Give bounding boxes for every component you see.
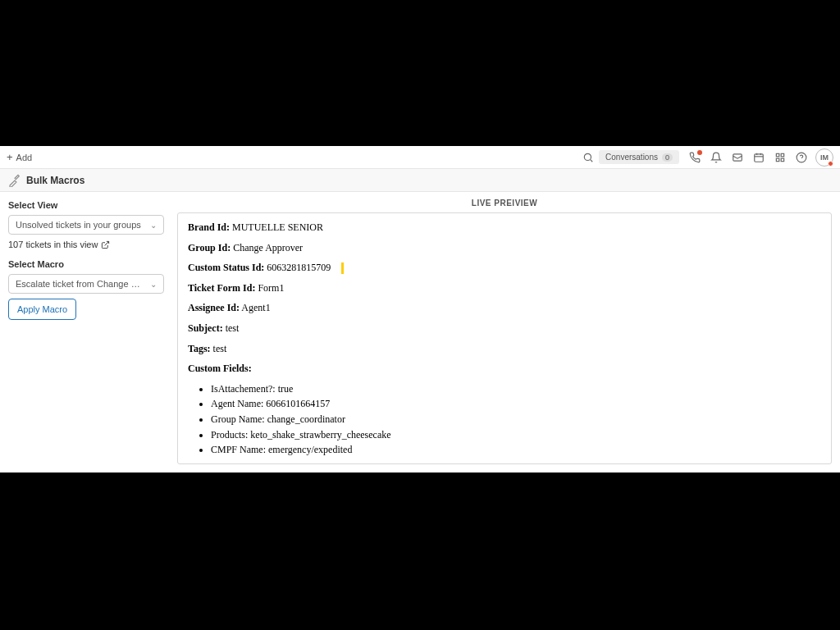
- group-id-value: Change Approver: [233, 242, 303, 253]
- custom-fields-label: Custom Fields:: [188, 363, 252, 374]
- conversations-count: 0: [662, 153, 673, 162]
- conversations-button[interactable]: Conversations 0: [599, 150, 679, 164]
- top-icons: Conversations 0 IM: [578, 147, 833, 168]
- presence-dot: [828, 161, 833, 167]
- ticket-form-id-value: Form1: [258, 282, 284, 294]
- view-dropdown-value: Unsolved tickets in your groups: [16, 220, 141, 230]
- ticket-form-id-label: Ticket Form Id:: [188, 282, 255, 294]
- preview-panel[interactable]: Brand Id: MUTUELLE SENIOR Group Id: Chan…: [177, 212, 832, 464]
- search-icon[interactable]: [578, 147, 599, 168]
- plus-icon: +: [7, 152, 13, 162]
- avatar-initials: IM: [820, 153, 829, 162]
- tags-value: test: [213, 343, 227, 354]
- tags-label: Tags:: [188, 343, 211, 354]
- select-view-label: Select View: [8, 200, 164, 210]
- custom-status-id-label: Custom Status Id:: [188, 262, 264, 273]
- body: Select View Unsolved tickets in your gro…: [0, 192, 840, 472]
- brand-id-label: Brand Id:: [188, 221, 230, 233]
- avatar[interactable]: IM: [815, 148, 833, 167]
- svg-line-13: [105, 241, 109, 245]
- svg-rect-7: [776, 153, 779, 157]
- svg-rect-2: [733, 153, 742, 160]
- main: LIVE PREIVIEW Brand Id: MUTUELLE SENIOR …: [172, 192, 840, 472]
- macro-dropdown[interactable]: Escalate ticket from Change Manager to C…: [8, 274, 164, 294]
- list-item: Agent Name: 6066101664157: [211, 396, 821, 412]
- svg-rect-8: [781, 153, 784, 157]
- list-item: Products: keto_shake_strawberry_cheeseca…: [211, 427, 821, 443]
- chevron-down-icon: ⌄: [150, 280, 157, 289]
- chevron-down-icon: ⌄: [150, 221, 157, 230]
- page-header: Bulk Macros: [0, 169, 840, 192]
- custom-fields-list: IsAttachement?: true Agent Name: 6066101…: [188, 381, 821, 458]
- text-caret: [342, 263, 343, 273]
- sidebar: Select View Unsolved tickets in your gro…: [0, 192, 172, 472]
- apply-macro-label: Apply Macro: [17, 304, 67, 314]
- phone-icon[interactable]: [684, 147, 705, 168]
- live-preview-title: LIVE PREIVIEW: [177, 199, 832, 208]
- brand-id-value: MUTUELLE SENIOR: [232, 221, 323, 233]
- list-item: IsAttachement?: true: [211, 381, 821, 397]
- notification-dot: [697, 150, 702, 155]
- assignee-id-value: Agent1: [241, 302, 270, 313]
- list-item: CMPF Name: emergency/expedited: [211, 442, 821, 458]
- svg-rect-3: [755, 153, 764, 161]
- apply-macro-button[interactable]: Apply Macro: [8, 299, 76, 320]
- group-id-label: Group Id:: [188, 242, 231, 253]
- page-title: Bulk Macros: [26, 175, 84, 186]
- custom-status-id-value: 6063281815709: [267, 262, 331, 273]
- select-macro-label: Select Macro: [8, 259, 164, 269]
- assignee-id-label: Assignee Id:: [188, 302, 240, 313]
- add-button[interactable]: + Add: [7, 152, 32, 162]
- tickets-in-view-link[interactable]: 107 tickets in this view: [8, 240, 164, 249]
- svg-line-1: [591, 159, 593, 162]
- calendar-icon[interactable]: [748, 147, 769, 168]
- external-link-icon: [101, 240, 110, 249]
- subject-value: test: [226, 322, 240, 334]
- inbox-icon[interactable]: [727, 147, 748, 168]
- macro-dropdown-value: Escalate ticket from Change Manager to C…: [16, 279, 147, 289]
- view-dropdown[interactable]: Unsolved tickets in your groups ⌄: [8, 215, 164, 235]
- apps-icon[interactable]: [769, 147, 791, 168]
- tickets-in-view-text: 107 tickets in this view: [8, 240, 98, 249]
- subject-label: Subject:: [188, 322, 223, 334]
- help-icon[interactable]: [791, 147, 812, 168]
- add-label: Add: [16, 153, 33, 162]
- top-toolbar: + Add Conversations 0: [0, 146, 840, 169]
- bell-icon[interactable]: [705, 147, 727, 168]
- svg-rect-9: [776, 158, 779, 162]
- svg-point-0: [584, 153, 591, 160]
- conversations-label: Conversations: [605, 153, 658, 162]
- list-item: Group Name: change_coordinator: [211, 412, 821, 427]
- macros-icon: [8, 174, 21, 187]
- app-window: + Add Conversations 0: [0, 146, 840, 472]
- svg-rect-10: [781, 158, 784, 162]
